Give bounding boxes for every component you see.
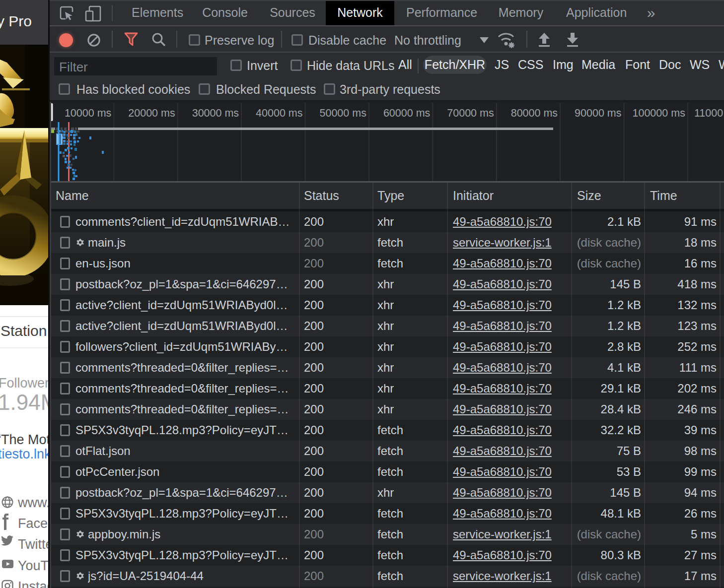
svg-text:100000 ms: 100000 ms (633, 107, 685, 119)
svg-text:11000: 11000 (694, 107, 723, 119)
svg-text:60000 ms: 60000 ms (383, 107, 430, 119)
svg-text:80000 ms: 80000 ms (511, 107, 558, 119)
svg-text:90000 ms: 90000 ms (575, 107, 621, 119)
svg-text:10000 ms: 10000 ms (65, 107, 111, 119)
svg-text:40000 ms: 40000 ms (256, 107, 302, 119)
svg-text:50000 ms: 50000 ms (319, 107, 366, 119)
svg-text:30000 ms: 30000 ms (192, 107, 239, 119)
svg-text:20000 ms: 20000 ms (128, 107, 175, 119)
svg-text:70000 ms: 70000 ms (447, 107, 494, 119)
